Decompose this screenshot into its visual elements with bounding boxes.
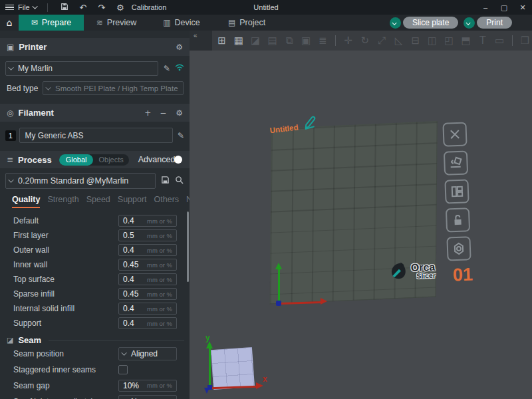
- param-input[interactable]: 0.45mm or %: [118, 259, 177, 271]
- add-object-icon[interactable]: ⊞: [215, 35, 229, 47]
- calibration-label[interactable]: Calibration: [132, 3, 167, 11]
- param-row: First layer 0.5mm or %: [0, 228, 190, 243]
- split-objects-icon[interactable]: ⊟: [408, 35, 422, 47]
- scope-objects[interactable]: Objects: [93, 156, 128, 164]
- axis-y-arrowhead: [275, 263, 282, 269]
- prepare-icon: ✉: [31, 18, 38, 27]
- wifi-icon[interactable]: [175, 64, 184, 73]
- param-input[interactable]: 0.4mm or %: [118, 244, 177, 256]
- seam-position-select[interactable]: Aligned: [118, 347, 177, 360]
- add-filament-icon[interactable]: +: [142, 108, 153, 118]
- edit-printer-icon[interactable]: ✎: [164, 64, 170, 73]
- bed-type-select[interactable]: Smooth PEI Plate / High Temp Plate: [43, 81, 184, 95]
- tab-others[interactable]: Others: [154, 195, 180, 208]
- filament-settings-icon[interactable]: ⚙: [176, 108, 183, 118]
- edit-filament-icon[interactable]: ✎: [178, 131, 184, 140]
- measure-icon[interactable]: ▭: [492, 35, 506, 47]
- print-button[interactable]: Print: [477, 17, 512, 29]
- chevron-down-icon: [8, 65, 13, 70]
- tab-quality[interactable]: Quality: [12, 195, 40, 208]
- split-parts-icon[interactable]: ◫: [425, 35, 439, 47]
- slice-options-dropdown[interactable]: [390, 17, 401, 29]
- seam-gap-input[interactable]: 10%mm or %: [118, 380, 177, 392]
- plate-settings-button[interactable]: [446, 236, 471, 261]
- sidebar-scrollbar[interactable]: [187, 211, 189, 282]
- tab-strength[interactable]: Strength: [47, 195, 78, 208]
- home-icon[interactable]: ⌂: [0, 15, 19, 31]
- arrange-icon[interactable]: ▤: [265, 35, 279, 47]
- copy-icon[interactable]: ⧉: [282, 35, 296, 47]
- scarf-joint-seam-select[interactable]: None: [118, 395, 177, 399]
- collapse-sidebar-icon[interactable]: «: [190, 31, 212, 51]
- save-icon[interactable]: [57, 3, 72, 13]
- tab-preview[interactable]: ≋ Preview: [84, 15, 149, 31]
- maximize-button[interactable]: ▢: [495, 0, 513, 15]
- orientation-gizmo[interactable]: y x: [195, 333, 275, 399]
- delete-plate-button[interactable]: [442, 122, 467, 146]
- tab-prepare[interactable]: ✉ Prepare: [19, 15, 84, 31]
- staggered-inner-seams-checkbox[interactable]: [118, 365, 128, 374]
- chevron-down-icon: [45, 84, 51, 90]
- axis-origin: [276, 301, 281, 306]
- text-tool-icon[interactable]: T: [475, 35, 489, 47]
- search-icon[interactable]: [175, 176, 184, 186]
- flatten-icon[interactable]: ◺: [392, 35, 406, 47]
- scope-global[interactable]: Global: [59, 154, 94, 166]
- lock-plate-button[interactable]: [446, 207, 470, 232]
- chevron-down-icon: [121, 350, 126, 355]
- param-input[interactable]: 0.4mm or %: [118, 215, 177, 227]
- orca-icon: [388, 261, 408, 281]
- fill-color-icon[interactable]: ◰: [442, 35, 456, 47]
- tab-device[interactable]: ▥ Device: [149, 15, 214, 31]
- arrange-plate-button[interactable]: [444, 179, 469, 203]
- filament-select[interactable]: My Generic ABS: [19, 128, 173, 143]
- close-button[interactable]: ✕: [513, 0, 532, 15]
- slice-plate-button[interactable]: Slice plate: [403, 17, 458, 29]
- layers-icon[interactable]: ≣: [316, 35, 330, 47]
- advanced-label: Advanced: [138, 155, 176, 164]
- seam-row: Seam gap 10%mm or %: [0, 378, 190, 393]
- viewport-3d[interactable]: ⊞ ▦ ◪ ▤ ⧉ ▣ ≣ ✛ ↻ ⤢ ◺ ⊟ ◫ ◰ ⬒ T ▭ ❒ « Un…: [190, 31, 532, 399]
- plate-number: 01: [452, 264, 473, 285]
- param-input[interactable]: 0.4mm or %: [118, 303, 177, 315]
- rotate-icon[interactable]: ↻: [358, 35, 372, 47]
- remove-filament-icon[interactable]: −: [158, 108, 168, 118]
- tab-project[interactable]: ▤ Project: [214, 15, 279, 31]
- assembly-view-icon[interactable]: ❒: [518, 35, 532, 47]
- printer-title: Printer: [19, 42, 47, 52]
- param-label: First layer: [13, 231, 49, 240]
- param-input[interactable]: 0.4mm or %: [118, 317, 177, 329]
- tab-speed[interactable]: Speed: [86, 195, 110, 208]
- print-options-dropdown[interactable]: [464, 17, 475, 29]
- save-profile-icon[interactable]: [161, 176, 170, 186]
- printer-select[interactable]: My Marlin: [5, 61, 158, 76]
- filament-section-header: ◎ Filament + − ⚙: [0, 104, 190, 122]
- printer-name: My Marlin: [18, 64, 53, 73]
- undo-icon[interactable]: ↶: [76, 3, 90, 13]
- process-title: Process: [18, 155, 52, 165]
- param-input[interactable]: 0.45mm or %: [118, 288, 177, 300]
- redo-icon[interactable]: ↷: [94, 3, 109, 13]
- auto-orient-icon[interactable]: ◪: [249, 35, 263, 47]
- tab-support[interactable]: Support: [118, 195, 147, 208]
- file-menu[interactable]: File: [18, 3, 30, 11]
- paste-icon[interactable]: ▣: [299, 35, 313, 47]
- process-scope-toggle[interactable]: Global Objects: [59, 154, 129, 166]
- printer-settings-icon[interactable]: ⚙: [176, 43, 183, 52]
- plate-button-column: [442, 122, 471, 261]
- variable-layer-height-icon[interactable]: ⬒: [459, 35, 473, 47]
- process-profile-select[interactable]: 0.20mm Standard @MyMarlin: [5, 173, 156, 189]
- bed-type-value: Smooth PEI Plate / High Temp Plate: [55, 84, 178, 92]
- param-input[interactable]: 0.4mm or %: [118, 273, 177, 285]
- minimize-button[interactable]: –: [476, 0, 495, 15]
- calibration-icon[interactable]: ⚙: [113, 3, 128, 13]
- param-input[interactable]: 0.5mm or %: [118, 229, 177, 241]
- rename-plate-icon[interactable]: [299, 114, 318, 131]
- add-plate-icon[interactable]: ▦: [231, 35, 245, 47]
- auto-orient-plate-button[interactable]: [444, 150, 468, 175]
- param-row: Sparse infill 0.45mm or %: [0, 287, 190, 301]
- chevron-down-icon[interactable]: [32, 3, 37, 9]
- scale-icon[interactable]: ⤢: [375, 35, 389, 47]
- menu-icon[interactable]: [5, 3, 14, 12]
- move-icon[interactable]: ✛: [341, 35, 355, 47]
